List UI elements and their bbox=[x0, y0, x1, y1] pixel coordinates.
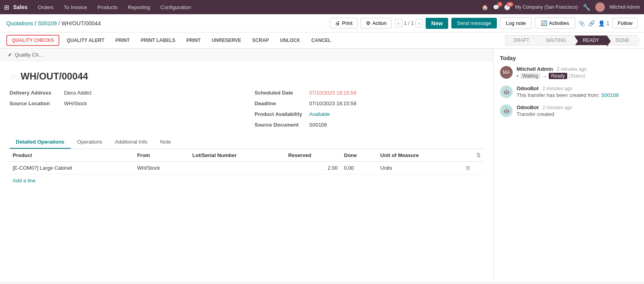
source-location-value[interactable]: WH/Stock bbox=[64, 100, 87, 106]
avatar-odoobot-2: 🤖 bbox=[500, 104, 513, 117]
status-draft[interactable]: DRAFT bbox=[505, 35, 538, 45]
scrap-button[interactable]: SCRAP bbox=[248, 36, 273, 45]
col-from: From bbox=[134, 149, 189, 162]
new-button[interactable]: New bbox=[426, 18, 448, 29]
pager-prev[interactable]: ‹ bbox=[395, 19, 402, 27]
message-body-2: This transfer has been created from: S00… bbox=[517, 92, 638, 98]
unreserve-button[interactable]: UNRESERVE bbox=[208, 36, 245, 45]
breadcrumb-quotations[interactable]: Quotations bbox=[6, 20, 33, 27]
message-content-1: Mitchell Admin 2 minutes ago • Waiting →… bbox=[517, 66, 638, 79]
quality-checks-button[interactable]: QUALITY CHECKS bbox=[6, 35, 59, 46]
add-line-button[interactable]: Add a line bbox=[9, 174, 484, 187]
message-header-2: OdooBot 2 minutes ago bbox=[517, 85, 638, 91]
action-bar-right: Send message Log note 🔄 Activities 📎 🔗 👤… bbox=[451, 17, 638, 29]
source-document-label: Source Document bbox=[255, 122, 306, 128]
scheduled-date-value[interactable]: 07/10/2023 18:15:59 bbox=[309, 90, 356, 96]
col-product: Product bbox=[9, 149, 134, 162]
document-title: WH/OUT/00044 bbox=[21, 71, 88, 82]
nav-products[interactable]: Products bbox=[93, 4, 121, 10]
spacer-field bbox=[9, 111, 239, 117]
tab-detailed-operations[interactable]: Detailed Operations bbox=[9, 136, 71, 149]
message-body-3: Transfer created bbox=[517, 111, 638, 117]
scheduled-date-label: Scheduled Date bbox=[255, 90, 306, 96]
nav-orders[interactable]: Orders bbox=[34, 4, 58, 10]
pager: ‹ 1 / 1 › bbox=[395, 19, 422, 27]
product-availability-value[interactable]: Available bbox=[309, 111, 330, 117]
spacer-field2 bbox=[9, 122, 239, 128]
source-document-field: Source Document S00109 bbox=[255, 122, 484, 128]
chatter-message-2: 🤖 OdooBot 2 minutes ago This transfer ha… bbox=[500, 85, 638, 98]
followers-icon[interactable]: 👤 1 bbox=[598, 20, 610, 27]
status-waiting[interactable]: WAITING bbox=[538, 35, 574, 45]
nav-to-invoice[interactable]: To Invoice bbox=[60, 4, 91, 10]
quality-alert-button[interactable]: QUALITY ALERT bbox=[63, 36, 108, 45]
breadcrumb-s00109[interactable]: S00109 bbox=[38, 20, 57, 27]
status-done[interactable]: DONE bbox=[607, 35, 638, 45]
tabs: Detailed Operations Operations Additiona… bbox=[9, 136, 484, 149]
source-document-value[interactable]: S00109 bbox=[309, 122, 327, 128]
print-button-tb[interactable]: PRINT bbox=[112, 36, 134, 45]
action-button[interactable]: ⚙ Action bbox=[361, 18, 392, 28]
log-note-button[interactable]: Log note bbox=[500, 17, 532, 29]
nav-reporting[interactable]: Reporting bbox=[124, 4, 154, 10]
cell-from[interactable]: WH/Stock bbox=[134, 162, 189, 174]
unlock-button[interactable]: UNLOCK bbox=[276, 36, 304, 45]
tab-additional-info[interactable]: Additional Info bbox=[108, 136, 153, 149]
attachment-icon[interactable]: 📎 bbox=[578, 20, 585, 27]
chatter-message-1: MA Mitchell Admin 2 minutes ago • Waitin… bbox=[500, 66, 638, 79]
apps-icon[interactable]: ⊞ bbox=[4, 4, 9, 11]
clock-icon[interactable]: 🕐35 bbox=[504, 4, 510, 10]
activities-button[interactable]: 🔄 Activities bbox=[535, 17, 575, 29]
cell-reserved[interactable]: 2.00 bbox=[285, 162, 341, 174]
cell-done[interactable]: 0.00 bbox=[341, 162, 377, 174]
badge-ready: Ready bbox=[549, 73, 567, 79]
nav-configuration[interactable]: Configuration bbox=[157, 4, 195, 10]
link-icon[interactable]: 🔗 bbox=[588, 20, 595, 27]
settings-icon[interactable]: 🔧 bbox=[583, 4, 591, 11]
cell-delete[interactable]: 🗑 bbox=[462, 162, 484, 174]
pager-next[interactable]: › bbox=[415, 19, 422, 27]
col-done: Done bbox=[341, 149, 377, 162]
message-content-2: OdooBot 2 minutes ago This transfer has … bbox=[517, 85, 638, 98]
scheduled-date-field: Scheduled Date 07/10/2023 18:15:59 bbox=[255, 90, 484, 96]
product-availability-field: Product Availability Available bbox=[255, 111, 484, 117]
cell-product[interactable]: [E-COM07] Large Cabinet bbox=[9, 162, 134, 174]
cell-lot-serial[interactable] bbox=[189, 162, 285, 174]
message-time-3: 2 minutes ago bbox=[542, 105, 572, 110]
deadline-value[interactable]: 07/10/2023 18:15:59 bbox=[309, 100, 356, 106]
deadline-label: Deadline bbox=[255, 100, 306, 106]
quality-check-text: Quality Ch... bbox=[15, 52, 43, 58]
sort-icon[interactable]: ⇅ bbox=[476, 152, 481, 158]
home-icon[interactable]: 🏠 bbox=[482, 4, 488, 10]
s00109-link[interactable]: S00109 bbox=[601, 92, 619, 98]
send-message-button[interactable]: Send message bbox=[451, 18, 497, 28]
message-time-1: 2 minutes ago bbox=[557, 66, 587, 72]
toolbar: QUALITY CHECKS QUALITY ALERT PRINT PRINT… bbox=[0, 32, 644, 49]
print-button[interactable]: 🖨 Print bbox=[330, 18, 358, 28]
tab-note[interactable]: Note bbox=[154, 136, 177, 149]
print2-button[interactable]: PRINT bbox=[182, 36, 205, 45]
breadcrumb-current: WH/OUT/00044 bbox=[61, 20, 101, 27]
delete-icon[interactable]: 🗑 bbox=[465, 165, 470, 171]
favorite-icon[interactable]: ☆ bbox=[9, 72, 17, 81]
message-author-2: OdooBot bbox=[517, 85, 539, 91]
tab-operations[interactable]: Operations bbox=[71, 136, 109, 149]
cancel-button[interactable]: CANCEL bbox=[307, 36, 335, 45]
document-title-area: ☆ WH/OUT/00044 bbox=[9, 71, 484, 82]
company-name: My Company (San Francisco) bbox=[515, 4, 578, 10]
message-body-1: • Waiting → Ready (Status) bbox=[517, 73, 638, 79]
status-ready[interactable]: READY bbox=[574, 35, 607, 45]
message-author-1: Mitchell Admin bbox=[517, 66, 553, 72]
delivery-address-value[interactable]: Deco Addict bbox=[64, 90, 91, 96]
form-body: ☆ WH/OUT/00044 Delivery Address Deco Add… bbox=[0, 61, 493, 196]
message-time-2: 2 minutes ago bbox=[542, 86, 572, 91]
operations-table: Product From Lot/Serial Number Reserved … bbox=[9, 149, 484, 174]
quality-check-banner[interactable]: ✔ Quality Ch... bbox=[0, 49, 493, 61]
follow-button[interactable]: Follow bbox=[612, 18, 638, 28]
chatter-today: Today bbox=[500, 55, 638, 61]
print-labels-button[interactable]: PRINT LABELS bbox=[137, 36, 179, 45]
breadcrumb: Quotations / S00109 / WH/OUT/00044 bbox=[6, 20, 101, 27]
delivery-address-field: Delivery Address Deco Addict bbox=[9, 90, 239, 96]
messages-icon[interactable]: 💬7 bbox=[493, 4, 499, 10]
user-avatar[interactable] bbox=[595, 2, 605, 12]
